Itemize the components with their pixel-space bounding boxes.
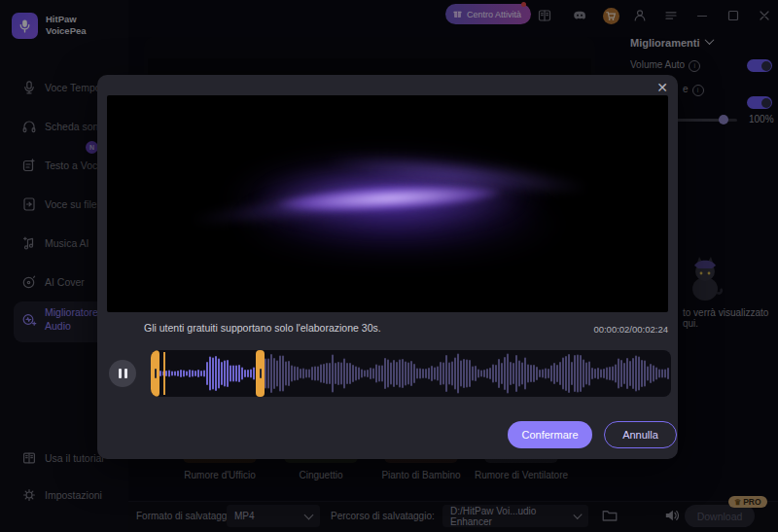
trim-handle-left[interactable] [151, 350, 159, 397]
trim-handle-right[interactable] [256, 350, 265, 397]
playhead[interactable] [163, 352, 165, 395]
trim-dialog: ✕ Gli utenti gratuiti supportano solo l'… [97, 75, 678, 459]
timecode: 00:00:02/00:02:24 [593, 324, 668, 335]
dialog-close-icon[interactable]: ✕ [656, 80, 668, 95]
app-window: HitPaw VoicePea Voce Tempo Re Scheda son… [0, 0, 778, 532]
confirm-button[interactable]: Confermare [508, 421, 592, 448]
pause-button[interactable] [109, 360, 136, 387]
cancel-button[interactable]: Annulla [604, 421, 677, 448]
free-user-notice: Gli utenti gratuiti supportano solo l'el… [144, 322, 381, 334]
dialog-video-preview [107, 95, 668, 312]
pause-icon [124, 369, 127, 378]
waveform-track[interactable] [151, 350, 671, 397]
pause-icon [119, 369, 122, 378]
